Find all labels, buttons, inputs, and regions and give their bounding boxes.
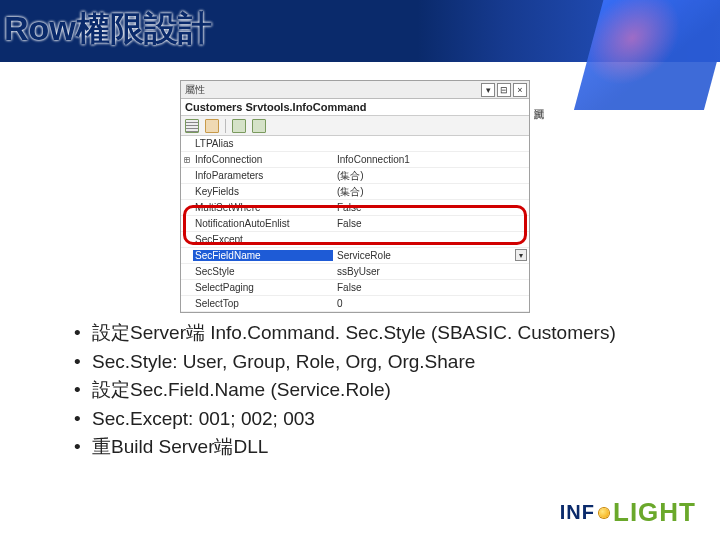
property-row[interactable]: SecExcept [181, 232, 529, 248]
panel-pin-icon[interactable]: ⊟ [497, 83, 511, 97]
property-row[interactable]: NotificationAutoEnlistFalse [181, 216, 529, 232]
property-row[interactable]: SecFieldNameServiceRole▾ [181, 248, 529, 264]
property-row[interactable]: SelectTop0 [181, 296, 529, 312]
property-value[interactable]: (集合) [333, 169, 529, 183]
property-row[interactable]: KeyFields(集合) [181, 184, 529, 200]
property-name: NotificationAutoEnlist [193, 218, 333, 229]
property-value[interactable]: ServiceRole [333, 250, 529, 261]
property-name: KeyFields [193, 186, 333, 197]
property-name: InfoConnection [193, 154, 333, 165]
panel-titlebar: 屬性 ▾ ⊟ × [181, 81, 529, 99]
logo-text-info: INF [560, 501, 595, 524]
panel-close-icon[interactable]: × [513, 83, 527, 97]
events-icon[interactable] [252, 119, 266, 133]
property-name: SelectPaging [193, 282, 333, 293]
categorized-icon[interactable] [185, 119, 199, 133]
dropdown-arrow-icon[interactable]: ▾ [515, 249, 527, 261]
panel-toolbar [181, 116, 529, 136]
property-value[interactable]: ssByUser [333, 266, 529, 277]
header-decoration [574, 0, 720, 110]
property-page-icon[interactable] [232, 119, 246, 133]
bullet-item: Sec.Style: User, Group, Role, Org, Org.S… [70, 349, 630, 376]
property-name: InfoParameters [193, 170, 333, 181]
property-name: SecExcept [193, 234, 333, 245]
property-value[interactable]: False [333, 282, 529, 293]
property-value[interactable]: False [333, 218, 529, 229]
brand-logo: INFLIGHT [560, 497, 696, 528]
panel-title-label: 屬性 [185, 83, 205, 97]
bullet-item: 設定Server端 Info.Command. Sec.Style (SBASI… [70, 320, 630, 347]
property-row[interactable]: MultiSetWhereFalse [181, 200, 529, 216]
properties-panel: 屬性 ▾ ⊟ × Customers Srvtools.InfoCommand … [180, 80, 530, 313]
alphabetical-icon[interactable] [205, 119, 219, 133]
property-row[interactable]: SecStylessByUser [181, 264, 529, 280]
property-name: SelectTop [193, 298, 333, 309]
slide-title: Row權限設計 [4, 6, 212, 52]
property-value[interactable]: 0 [333, 298, 529, 309]
property-row[interactable]: SelectPagingFalse [181, 280, 529, 296]
property-grid[interactable]: LTPAlias⊞InfoConnectionInfoConnection1In… [181, 136, 529, 312]
property-value[interactable]: (集合) [333, 185, 529, 199]
panel-dropdown-icon[interactable]: ▾ [481, 83, 495, 97]
property-name: SecFieldName [193, 250, 333, 261]
bullet-list: 設定Server端 Info.Command. Sec.Style (SBASI… [70, 320, 630, 463]
logo-dot-icon [599, 508, 609, 518]
property-row[interactable]: ⊞InfoConnectionInfoConnection1 [181, 152, 529, 168]
expand-icon[interactable]: ⊞ [181, 154, 193, 165]
bullet-item: 設定Sec.Field.Name (Service.Role) [70, 377, 630, 404]
property-value[interactable]: False [333, 202, 529, 213]
property-row[interactable]: LTPAlias [181, 136, 529, 152]
property-name: MultiSetWhere [193, 202, 333, 213]
property-value[interactable]: InfoConnection1 [333, 154, 529, 165]
property-row[interactable]: InfoParameters(集合) [181, 168, 529, 184]
panel-object-header[interactable]: Customers Srvtools.InfoCommand [181, 99, 529, 116]
property-name: LTPAlias [193, 138, 333, 149]
bullet-item: Sec.Except: 001; 002; 003 [70, 406, 630, 433]
logo-text-light: LIGHT [613, 497, 696, 528]
property-name: SecStyle [193, 266, 333, 277]
bullet-item: 重Build Server端DLL [70, 434, 630, 461]
